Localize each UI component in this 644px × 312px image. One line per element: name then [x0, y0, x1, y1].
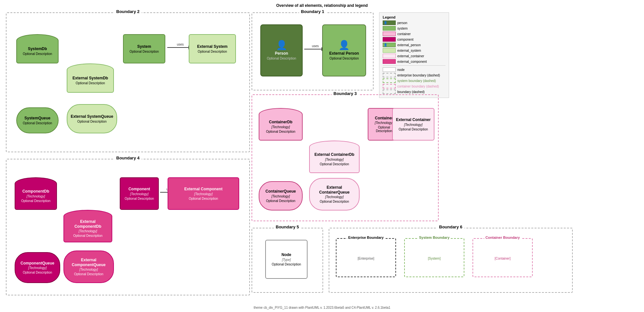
system-ext-queue-desc: Optional Description: [77, 120, 106, 123]
legend-ext-container-label: external_container: [397, 54, 424, 58]
boundary-2: Boundary 2 SystemDb Optional Description…: [6, 12, 250, 152]
legend-item-boundary: boundary (dashed): [383, 89, 445, 94]
legend-ext-person-label: external_person: [397, 43, 421, 47]
component-db-elem: ComponentDb [Technology] Optional Descri…: [15, 177, 57, 210]
legend-title: Legend: [383, 15, 445, 19]
enterprise-boundary-sub: Enterprise Boundary [Enterprise]: [336, 238, 396, 277]
boundary-4-title: Boundary 4: [114, 156, 142, 160]
boundary-4: Boundary 4 ComponentDb [Technology] Opti…: [6, 159, 250, 295]
legend-item-ext-system: external_system: [383, 48, 445, 53]
legend-ext-system-label: external_system: [397, 49, 421, 52]
person-desc: Optional Description: [267, 57, 296, 60]
legend-item-container-boundary: container boundary (dashed): [383, 84, 445, 88]
container-queue-title: ContainerQueue: [266, 189, 296, 194]
component-ext-queue-tech: [Technology]: [79, 268, 98, 271]
system-elem: System Optional Description: [123, 34, 165, 63]
component-desc: Optional Description: [125, 197, 154, 200]
component-ext-tech: [Technology]: [194, 192, 212, 196]
container-ext-elem: External Container [Technology] Optional…: [392, 108, 434, 141]
component-queue-elem: ComponentQueue [Technology] Optional Des…: [15, 252, 60, 283]
system-boundary-title: System Boundary: [418, 236, 451, 239]
system-queue-elem: SystemQueue Optional Description: [16, 107, 59, 133]
boundary-5: Boundary 5 Node [Type] Optional Descript…: [252, 228, 323, 293]
node-type: [Type]: [282, 258, 291, 262]
system-ext-queue-elem: External SystemQueue Optional Descriptio…: [67, 104, 117, 133]
system-db-desc: Optional Description: [23, 52, 52, 56]
system-ext-desc: Optional Description: [198, 50, 227, 53]
legend-ext-component-label: external_component: [397, 60, 427, 63]
legend-item-component: component: [383, 37, 445, 42]
legend-item-ext-person: 👤 external_person: [383, 43, 445, 47]
container-title: Container: [375, 116, 393, 120]
legend-item-enterprise-boundary: enterprise boundary (dashed): [383, 73, 445, 77]
boundary-3-title: Boundary 3: [332, 91, 359, 96]
component-ext-queue-title: External ComponentQueue: [67, 258, 111, 267]
container-ext-queue-tech: [Technology]: [325, 195, 343, 199]
legend-container-boundary-label: container boundary (dashed): [397, 85, 439, 88]
legend-item-ext-container: external_container: [383, 54, 445, 58]
container-ext-db-elem: External ContainerDb [Technology] Option…: [309, 141, 360, 173]
legend-item-system: system: [383, 26, 445, 31]
component-ext-title: External Component: [184, 187, 222, 191]
legend-system-boundary-label: system boundary (dashed): [397, 79, 436, 83]
container-db-desc: Optional Description: [266, 130, 295, 133]
component-db-title: ComponentDb: [22, 189, 49, 194]
legend-node-label: node: [397, 68, 404, 72]
boundary-6: Boundary 6 Enterprise Boundary [Enterpri…: [329, 228, 573, 293]
container-ext-tech: [Technology]: [404, 123, 422, 127]
boundary-1-title: Boundary 1: [299, 9, 326, 14]
component-queue-title: ComponentQueue: [21, 261, 54, 265]
container-ext-db-desc: Optional Description: [320, 162, 349, 166]
node-desc: Optional Description: [272, 263, 301, 266]
legend-item-ext-component: external_component: [383, 59, 445, 64]
legend-item-node: node: [383, 67, 445, 72]
component-db-desc: Optional Description: [21, 199, 50, 203]
container-ext-queue-title: External ContainerQueue: [312, 185, 356, 195]
container-ext-title: External Container: [396, 117, 431, 122]
enterprise-boundary-type: [Enterprise]: [336, 257, 395, 260]
system-queue-desc: Optional Description: [23, 121, 52, 125]
system-ext-queue-title: External SystemQueue: [71, 114, 113, 119]
container-ext-queue-elem: External ContainerQueue [Technology] Opt…: [309, 178, 360, 210]
container-boundary-type: [Container]: [473, 257, 532, 260]
component-ext-db-title: External ComponentDb: [67, 219, 109, 229]
person-title: Person: [275, 51, 288, 56]
system-ext-db-desc: Optional Description: [75, 81, 105, 85]
external-person-elem: 👤 External Person Optional Description: [322, 24, 366, 76]
container-ext-desc: Optional Description: [399, 128, 428, 131]
legend-box: Legend 👤 person system container compone…: [379, 12, 449, 98]
page-title: Overview of all elements, relationship a…: [0, 0, 644, 10]
container-db-title: ContainerDb: [269, 120, 293, 124]
container-tech: [Technology]: [375, 121, 393, 125]
boundary-1: Boundary 1 👤 Person Optional Description…: [252, 12, 374, 90]
system-boundary-sub: System Boundary [System]: [404, 238, 464, 277]
system-boundary-type: [System]: [405, 257, 464, 260]
system-ext-title: External System: [197, 44, 227, 49]
external-person-desc: Optional Description: [329, 57, 359, 60]
container-queue-tech: [Technology]: [271, 195, 290, 198]
component-db-tech: [Technology]: [27, 195, 45, 198]
system-ext-db-elem: External SystemDb Optional Description: [67, 63, 114, 93]
legend-system-label: system: [397, 27, 408, 30]
system-db-elem: SystemDb Optional Description: [16, 34, 59, 63]
system-ext-elem: External System Optional Description: [189, 34, 236, 63]
component-ext-elem: External Component [Technology] Optional…: [168, 177, 239, 210]
enterprise-boundary-title: Enterprise Boundary: [347, 236, 385, 239]
component-ext-queue-elem: External ComponentQueue [Technology] Opt…: [63, 251, 114, 283]
boundary-5-title: Boundary 5: [274, 224, 301, 229]
component-ext-db-tech: [Technology]: [79, 229, 97, 233]
system-desc: Optional Description: [130, 50, 159, 53]
container-ext-queue-desc: Optional Description: [320, 200, 349, 203]
system-db-title: SystemDb: [28, 47, 47, 51]
container-queue-desc: Optional Description: [266, 199, 295, 203]
container-ext-db-title: External ContainerDb: [314, 152, 354, 157]
component-tech: [Technology]: [130, 192, 148, 196]
component-ext-db-desc: Optional Description: [73, 234, 103, 237]
component-queue-desc: Optional Description: [23, 271, 52, 274]
container-queue-elem: ContainerQueue [Technology] Optional Des…: [259, 181, 303, 210]
container-ext-db-tech: [Technology]: [325, 158, 343, 161]
component-queue-tech: [Technology]: [28, 266, 47, 270]
component-ext-queue-desc: Optional Description: [74, 272, 103, 276]
component-title: Component: [129, 187, 150, 191]
system-ext-db-title: External SystemDb: [73, 76, 108, 80]
